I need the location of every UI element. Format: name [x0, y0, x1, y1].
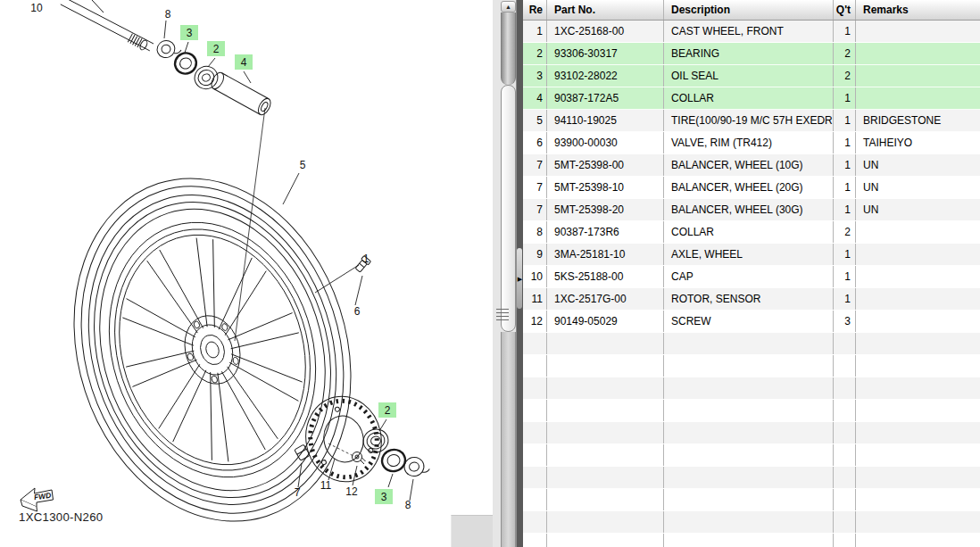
table-row[interactable]: 7 5MT-25398-00 BALANCER, WHEEL (10G) 1 U… [523, 154, 980, 177]
splitter-collapse-button[interactable]: ▶ [517, 248, 522, 309]
cell-description: BALANCER, WHEEL (10G) [664, 154, 834, 176]
callout-6[interactable]: 6 [354, 305, 361, 318]
cell-ref: 6 [523, 132, 547, 153]
scrollbar-track-lower[interactable] [501, 332, 516, 547]
table-row[interactable]: 11 1XC-2517G-00 ROTOR, SENSOR 1 [523, 288, 980, 311]
cell-qty: 1 [834, 266, 856, 287]
callout-2-bottom-highlighted[interactable]: 2 [378, 402, 396, 418]
callout-8-bottom[interactable]: 8 [405, 499, 411, 511]
cell-description: OIL SEAL [664, 65, 834, 87]
splitter-grip-icon[interactable] [496, 309, 509, 322]
cell-description [664, 534, 834, 547]
cell-description: COLLAR [664, 221, 834, 243]
diagram-scrollbar: ▲ [493, 0, 516, 547]
scroll-up-button[interactable]: ▲ [501, 1, 516, 12]
cell-description: TIRE(100/90-19 M/C 57H EXEDR [664, 110, 834, 131]
cell-ref: 1 [523, 21, 547, 42]
cell-remarks [856, 400, 980, 421]
table-row-empty [523, 333, 980, 355]
table-row[interactable]: 7 5MT-25398-10 BALANCER, WHEEL (20G) 1 U… [523, 177, 980, 199]
cell-part-no: 5KS-25188-00 [547, 266, 664, 287]
cell-remarks [856, 43, 980, 64]
column-header-description: Description [664, 0, 834, 20]
part-collar-4 [209, 70, 273, 117]
callout-3-label: 3 [187, 27, 193, 39]
pane-splitter[interactable]: ▶ [516, 0, 523, 547]
table-row-empty [523, 489, 980, 511]
cell-ref: 2 [523, 43, 547, 64]
wheel-exploded-diagram: 10 8 3 2 4 5 1 6 7 11 12 [0, 0, 493, 547]
cell-remarks: TAIHEIYO [856, 132, 980, 153]
cell-ref [523, 534, 547, 547]
cell-qty: 1 [834, 177, 856, 198]
cell-ref: 11 [523, 288, 547, 310]
callout-4-highlighted[interactable]: 4 [235, 54, 253, 70]
table-row[interactable]: 7 5MT-25398-20 BALANCER, WHEEL (30G) 1 U… [523, 199, 980, 221]
cell-ref [523, 355, 547, 377]
cell-part-no [547, 355, 664, 377]
cell-part-no: 5MT-25398-00 [547, 154, 664, 176]
cell-description: CAST WHEEL, FRONT [664, 21, 834, 42]
cell-remarks: BRIDGESTONE [856, 110, 980, 131]
table-row-empty [523, 400, 980, 422]
table-row-empty [523, 377, 980, 400]
cell-part-no: 94110-19025 [547, 110, 664, 131]
cell-qty [834, 534, 856, 547]
cell-ref [523, 422, 547, 443]
cell-part-no: 5MT-25398-10 [547, 177, 664, 198]
callout-11[interactable]: 11 [320, 479, 332, 492]
cell-qty [834, 422, 856, 443]
table-row[interactable]: 10 5KS-25188-00 CAP 1 [523, 266, 980, 288]
callout-3-bottom-highlighted[interactable]: 3 [375, 489, 393, 504]
scrollbar-track-upper[interactable] [501, 12, 516, 85]
callout-3-top-highlighted[interactable]: 3 [180, 25, 198, 40]
callout-10[interactable]: 10 [30, 2, 43, 14]
scrollbar-thumb[interactable] [501, 85, 516, 332]
callout-1[interactable]: 1 [363, 253, 370, 265]
table-row[interactable]: 8 90387-173R6 COLLAR 2 [523, 221, 980, 244]
cell-part-no: 93306-30317 [547, 43, 664, 64]
part-screw [353, 452, 366, 465]
cell-qty [834, 444, 856, 466]
table-row[interactable]: 9 3MA-25181-10 AXLE, WHEEL 1 [523, 244, 980, 266]
table-row[interactable]: 3 93102-28022 OIL SEAL 2 [523, 65, 980, 87]
cell-description: COLLAR [664, 87, 834, 109]
cell-part-no [547, 422, 664, 443]
part-oil-seal-bottom [379, 447, 407, 474]
cell-ref [523, 489, 547, 510]
cell-remarks [856, 534, 980, 547]
table-row-empty [523, 355, 980, 377]
cell-description [664, 355, 834, 377]
cell-qty [834, 377, 856, 399]
cell-remarks [856, 244, 980, 265]
cell-ref: 7 [523, 177, 547, 198]
table-row-empty [523, 511, 980, 534]
table-row[interactable]: 1 1XC-25168-00 CAST WHEEL, FRONT 1 [523, 21, 980, 43]
cell-ref [523, 400, 547, 421]
callout-2-top-highlighted[interactable]: 2 [207, 41, 225, 56]
table-row[interactable]: 4 90387-172A5 COLLAR 1 [523, 87, 980, 110]
callout-5[interactable]: 5 [300, 159, 306, 171]
cell-qty: 1 [834, 154, 856, 176]
callout-2b-label: 2 [385, 404, 391, 417]
callout-8-top[interactable]: 8 [165, 8, 171, 21]
collapse-arrow-icon: ▶ [518, 276, 522, 282]
cell-qty: 1 [834, 288, 856, 310]
callout-3b-label: 3 [381, 491, 387, 503]
table-row[interactable]: 6 93900-00030 VALVE, RIM (TR412) 1 TAIHE… [523, 132, 980, 154]
cell-remarks [856, 65, 980, 87]
callout-4-label: 4 [241, 56, 247, 69]
table-row[interactable]: 2 93306-30317 BEARING 2 [523, 43, 980, 65]
cell-ref: 7 [523, 199, 547, 220]
cell-part-no: 1XC-25168-00 [547, 21, 664, 42]
cell-qty: 1 [834, 132, 856, 153]
table-row[interactable]: 12 90149-05029 SCREW 3 [523, 311, 980, 333]
table-header: Re Part No. Description Q't Remarks [523, 0, 980, 21]
cell-qty: 1 [834, 199, 856, 220]
table-row[interactable]: 5 94110-19025 TIRE(100/90-19 M/C 57H EXE… [523, 110, 980, 132]
callout-12[interactable]: 12 [345, 485, 358, 498]
cell-description: BEARING [664, 43, 834, 64]
cell-remarks [856, 266, 980, 287]
callout-7[interactable]: 7 [295, 486, 301, 499]
cell-remarks [856, 444, 980, 466]
